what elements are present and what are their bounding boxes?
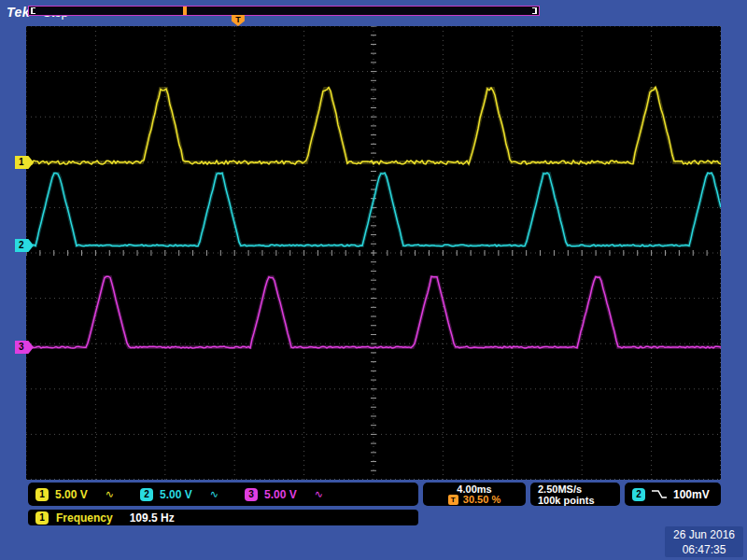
measurement-source-badge: 1: [35, 511, 49, 525]
channel-1-scale: 5.00 V: [55, 488, 88, 501]
time-readout: 06:47:35: [665, 542, 743, 557]
channel-3-badge[interactable]: 3: [245, 488, 258, 501]
channel-1-readout[interactable]: 1 5.00 V ∿: [35, 483, 114, 506]
trigger-position-readout: 30.50 %: [463, 495, 500, 505]
channel-1-badge[interactable]: 1: [35, 488, 49, 501]
channel-3-readout[interactable]: 3 5.00 V ∿: [245, 483, 323, 506]
trigger-readout[interactable]: 2 100mV: [625, 483, 721, 506]
channel-2-badge[interactable]: 2: [140, 488, 153, 501]
channel-1-coupling-icon: ∿: [106, 488, 114, 500]
channel-3-scale: 5.00 V: [264, 488, 297, 501]
waveform-display: [26, 26, 721, 480]
trigger-position-marker-icon: T: [232, 15, 245, 26]
tek-logo: Tek: [7, 5, 30, 20]
expand-bracket-left-icon: [31, 7, 35, 14]
channel-2-readout[interactable]: 2 5.00 V ∿: [140, 483, 218, 506]
record-length-readout: 100k points: [538, 495, 613, 506]
datetime-panel: 26 Jun 2016 06:47:35: [665, 526, 743, 557]
expand-bracket-right-icon: [532, 7, 537, 14]
channel-3-coupling-icon: ∿: [315, 488, 323, 500]
horizontal-readout[interactable]: 4.00ms T 30.50 %: [423, 483, 526, 506]
channel-2-coupling-icon: ∿: [210, 488, 218, 500]
trigger-slope-falling-icon: [651, 488, 668, 500]
trigger-t-badge-icon: T: [448, 495, 458, 505]
trigger-source-badge: 2: [632, 488, 645, 501]
trigger-level-readout: 100mV: [673, 488, 710, 501]
channel-2-scale: 5.00 V: [160, 488, 192, 501]
oscilloscope-screen: Tek Stop T 1 2 3 1 5.00 V ∿ 2 5.00 V ∿ 3…: [0, 0, 747, 560]
sample-rate-readout: 2.50MS/s: [538, 483, 613, 495]
measurement-value: 109.5 Hz: [130, 511, 175, 525]
date-readout: 26 Jun 2016: [665, 527, 743, 542]
channel-readout-bar: 1 5.00 V ∿ 2 5.00 V ∿ 3 5.00 V ∿: [28, 483, 418, 506]
record-view-bar: [28, 6, 540, 16]
graticule: [26, 26, 721, 480]
acquisition-readout[interactable]: 2.50MS/s 100k points: [530, 483, 620, 506]
record-trigger-tick-icon: [183, 7, 187, 15]
measurement-readout[interactable]: 1 Frequency 109.5 Hz: [28, 510, 418, 525]
measurement-label: Frequency: [56, 511, 113, 525]
